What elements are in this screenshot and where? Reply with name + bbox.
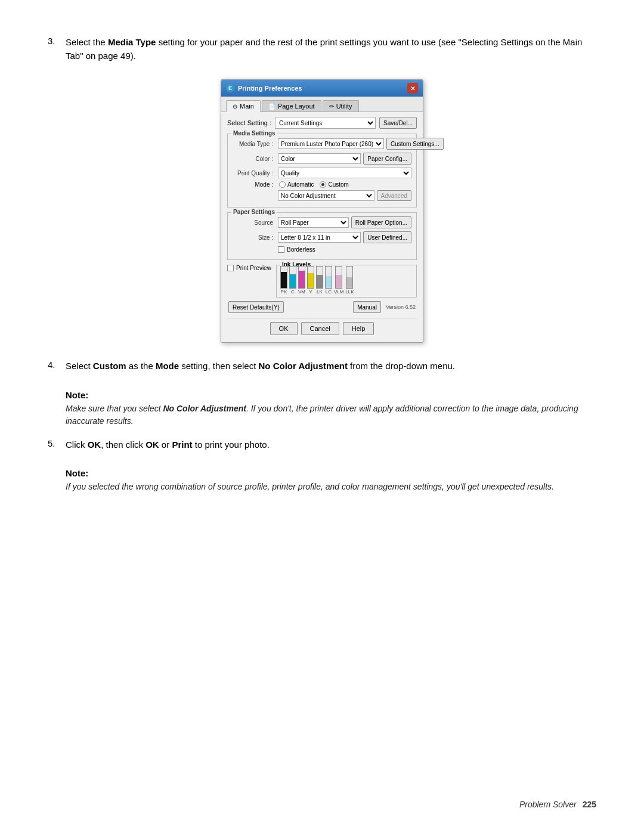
ink-bar-lk: LK	[316, 266, 323, 295]
borderless-label: Borderless	[287, 246, 315, 253]
ink-bar-c: C	[289, 266, 296, 295]
select-setting-row: Select Setting : Current Settings Save/D…	[227, 117, 417, 129]
media-settings-legend: Media Settings	[231, 130, 277, 137]
print-preview-label: Print Preview	[236, 265, 271, 271]
ink-bar-vm-bar	[298, 266, 305, 289]
user-defined-button[interactable]: User Defined...	[363, 231, 411, 243]
ink-area: Print Preview Ink Levels PK	[227, 265, 417, 298]
ink-bar-llk-bar	[346, 266, 353, 289]
size-label: Size :	[233, 234, 275, 241]
print-preview-area: Print Preview	[227, 265, 271, 271]
mode-row: Mode : Automatic Custom	[233, 181, 411, 188]
ink-bar-llk: LLK	[345, 266, 354, 295]
roll-paper-option-button[interactable]: Roll Paper Option...	[351, 216, 411, 228]
size-row: Size : Letter 8 1/2 x 11 in User Defined…	[233, 231, 411, 243]
ink-bar-y-bar	[307, 266, 314, 289]
version-text: Version 6.52	[386, 304, 416, 310]
dialog-close-button[interactable]: ✕	[407, 83, 418, 94]
tab-utility-label: Utility	[336, 103, 352, 110]
paper-config-button[interactable]: Paper Config...	[363, 153, 411, 165]
mode-label: Mode :	[233, 181, 275, 188]
ink-label-llk: LLK	[345, 289, 354, 295]
utility-icon: ✏	[329, 103, 334, 110]
no-color-adjustment-dropdown[interactable]: No Color Adjustment	[278, 190, 374, 201]
color-label: Color :	[233, 156, 275, 162]
ink-fill-vlm	[336, 275, 342, 288]
step-4-text: Select Custom as the Mode setting, then …	[66, 360, 596, 373]
ink-bar-c-bar	[289, 266, 296, 289]
ink-bar-y: Y	[307, 266, 314, 295]
tab-utility[interactable]: ✏ Utility	[323, 100, 359, 112]
ink-bar-lk-bar	[316, 266, 323, 289]
step-3-text: Select the Media Type setting for your p…	[66, 36, 596, 63]
ink-label-y: Y	[309, 289, 312, 295]
ink-fill-lk	[317, 275, 323, 288]
print-bold: Print	[172, 439, 192, 450]
step-5-text: Click OK, then click OK or Print to prin…	[66, 438, 596, 452]
color-dropdown[interactable]: Color	[278, 153, 361, 164]
note-2-text: If you selected the wrong combination of…	[66, 481, 596, 493]
page-footer: Problem Solver 225	[519, 800, 596, 809]
reset-defaults-button[interactable]: Reset Defaults(Y)	[228, 301, 284, 313]
print-preview-checkbox[interactable]	[227, 265, 234, 271]
tab-page-layout[interactable]: 📄 Page Layout	[262, 100, 321, 112]
cancel-button[interactable]: Cancel	[301, 322, 339, 335]
tab-main[interactable]: ⊙ Main	[226, 100, 261, 112]
ink-bars-container: PK C	[280, 268, 413, 295]
ok-button[interactable]: OK	[270, 322, 298, 335]
mode-radio-group: Automatic Custom	[279, 181, 349, 188]
note-1-title: Note:	[66, 390, 596, 400]
no-color-adjustment-row: No Color Adjustment Advanced	[278, 190, 411, 201]
automatic-label: Automatic	[287, 181, 314, 188]
bottom-right: Manual Version 6.52	[353, 301, 416, 313]
dialog-tabs: ⊙ Main 📄 Page Layout ✏ Utility	[221, 97, 423, 112]
ink-label-lk: LK	[317, 289, 323, 295]
help-button[interactable]: Help	[343, 322, 374, 335]
step-3-number: 3.	[48, 36, 66, 46]
ink-levels-box: Ink Levels PK	[276, 265, 417, 298]
custom-label: Custom	[328, 181, 348, 188]
size-dropdown[interactable]: Letter 8 1/2 x 11 in	[278, 232, 361, 243]
note-2-block: Note: If you selected the wrong combinat…	[66, 468, 596, 493]
media-type-bold: Media Type	[108, 37, 156, 47]
dialog-title: Printing Preferences	[238, 85, 302, 92]
page-content: 3. Select the Media Type setting for you…	[48, 36, 596, 493]
ink-fill-lc	[326, 276, 332, 288]
note1-bold1: No Color Adjustment	[163, 404, 246, 413]
ink-label-vlm: VLM	[334, 289, 343, 295]
printing-preferences-dialog: E Printing Preferences ✕ ⊙ Main 📄 Page L…	[221, 79, 423, 343]
ink-bar-pk: PK	[280, 266, 287, 295]
mode-automatic-option[interactable]: Automatic	[279, 181, 314, 188]
save-del-button[interactable]: Save/Del...	[379, 117, 417, 129]
ink-label-c: C	[291, 289, 295, 295]
ink-fill-llk	[346, 277, 352, 288]
main-icon: ⊙	[233, 103, 237, 110]
step-4-number: 4.	[48, 360, 66, 370]
ink-fill-vm	[299, 271, 305, 288]
advanced-button[interactable]: Advanced	[377, 190, 411, 201]
step-3: 3. Select the Media Type setting for you…	[48, 36, 596, 63]
custom-settings-button[interactable]: Custom Settings...	[386, 138, 444, 150]
step-5: 5. Click OK, then click OK or Print to p…	[48, 438, 596, 452]
source-dropdown[interactable]: Roll Paper	[278, 217, 349, 228]
mode-custom-option[interactable]: Custom	[320, 181, 348, 188]
media-type-dropdown[interactable]: Premium Luster Photo Paper (260)	[278, 138, 384, 149]
borderless-row: Borderless	[278, 246, 411, 253]
dialog-container: E Printing Preferences ✕ ⊙ Main 📄 Page L…	[48, 79, 596, 343]
media-type-row: Media Type : Premium Luster Photo Paper …	[233, 138, 411, 150]
ink-label-lc: LC	[326, 289, 332, 295]
manual-button[interactable]: Manual	[353, 301, 381, 313]
borderless-checkbox[interactable]	[278, 246, 284, 253]
note-1-block: Note: Make sure that you select No Color…	[66, 390, 596, 428]
select-setting-label: Select Setting :	[227, 119, 271, 126]
ink-label-pk: PK	[281, 289, 287, 295]
ink-fill-pk	[281, 272, 287, 288]
automatic-radio[interactable]	[279, 181, 286, 188]
print-quality-dropdown[interactable]: Quality	[278, 168, 411, 178]
dialog-action-row: OK Cancel Help	[227, 318, 417, 337]
dialog-app-icon: E	[226, 84, 234, 92]
media-settings-group: Media Settings Media Type : Premium Lust…	[227, 134, 417, 208]
select-setting-dropdown[interactable]: Current Settings	[275, 117, 376, 129]
custom-radio[interactable]	[320, 181, 326, 188]
no-color-adjustment-bold: No Color Adjustment	[259, 361, 348, 371]
